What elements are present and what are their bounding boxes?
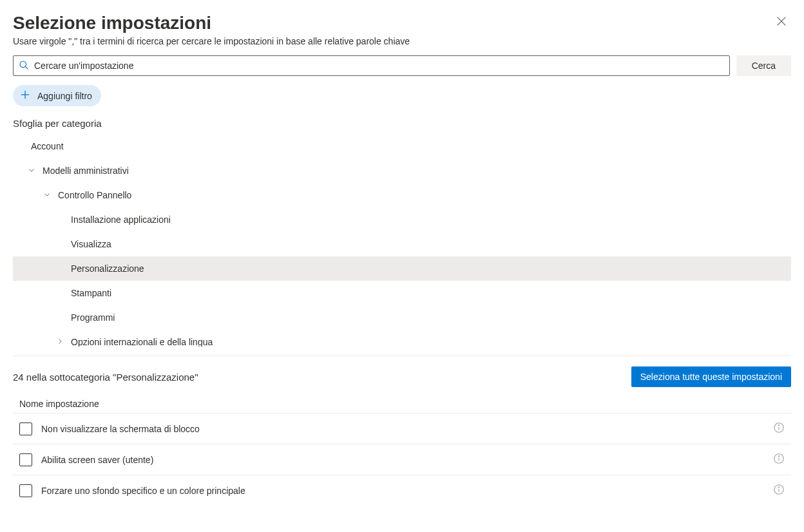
tree-label: Opzioni internazionali e della lingua [71,337,213,347]
page-title: Selezione impostazioni [13,13,410,33]
svg-point-14 [778,487,779,488]
search-button[interactable]: Cerca [736,55,791,76]
column-header-setting-name: Nome impostazione [13,399,791,409]
tree-item-display[interactable]: Visualizza [13,232,791,256]
svg-line-3 [25,66,28,69]
tree-label: Programmi [71,312,115,323]
page-subtitle: Usare virgole "," tra i termini di ricer… [13,36,410,46]
add-filter-label: Aggiungi filtro [37,91,92,101]
setting-checkbox[interactable] [19,484,32,497]
chevron-down-icon [27,166,43,176]
svg-point-2 [20,61,26,68]
info-icon[interactable] [773,453,785,466]
tree-item-printers[interactable]: Stampanti [13,281,791,305]
info-icon[interactable] [773,422,785,435]
subcategory-count: 24 nella sottocategoria "Personalizzazio… [13,372,198,383]
select-all-button[interactable]: Seleziona tutte queste impostazioni [631,366,791,387]
setting-label: Non visualizzare la schermata di blocco [41,424,764,434]
setting-checkbox[interactable] [19,453,32,466]
svg-point-11 [778,456,779,457]
tree-label: Stampanti [71,288,111,298]
svg-point-8 [778,425,779,426]
tree-label: Personalizzazione [71,263,144,274]
search-box[interactable] [13,55,730,76]
close-icon [776,19,787,29]
divider [13,356,791,356]
tree-label: Controllo Pannello [58,190,131,200]
chevron-right-icon [55,337,71,347]
plus-icon [19,89,31,102]
settings-list[interactable]: Non visualizzare la schermata di blocco … [13,413,791,509]
tree-item-programs[interactable]: Programmi [13,305,791,330]
setting-checkbox[interactable] [19,423,32,435]
tree-item-install-apps[interactable]: Installazione applicazioni [13,207,791,232]
close-button[interactable] [772,12,791,33]
setting-row[interactable]: Abilita screen saver (utente) [13,444,791,475]
tree-label: Installazione applicazioni [71,214,171,225]
tree-item-control-panel[interactable]: Controllo Pannello [13,183,791,207]
setting-label: Abilita screen saver (utente) [41,455,764,465]
tree-item-admin-templates[interactable]: Modelli amministrativi [13,158,791,183]
info-icon[interactable] [773,484,785,497]
chevron-down-icon [43,190,58,201]
setting-row[interactable]: Non visualizzare la schermata di blocco [13,413,791,444]
search-input[interactable] [34,56,724,75]
browse-by-category-label: Sfoglia per categoria [13,118,791,129]
add-filter-button[interactable]: Aggiungi filtro [13,85,101,106]
setting-label: Forzare uno sfondo specifico e un colore… [41,486,764,496]
setting-row[interactable]: Forzare uno sfondo specifico e un colore… [13,475,791,506]
tree-item-account[interactable]: Account [13,134,791,158]
search-icon [19,60,34,72]
tree-item-regional-lang[interactable]: Opzioni internazionali e della lingua [13,330,791,347]
tree-label: Visualizza [71,239,111,249]
tree-label: Modelli amministrativi [43,166,129,176]
category-tree[interactable]: Account Modelli amministrativi Controllo… [13,134,791,347]
tree-item-personalization[interactable]: Personalizzazione [13,256,791,281]
tree-label: Account [31,141,64,151]
